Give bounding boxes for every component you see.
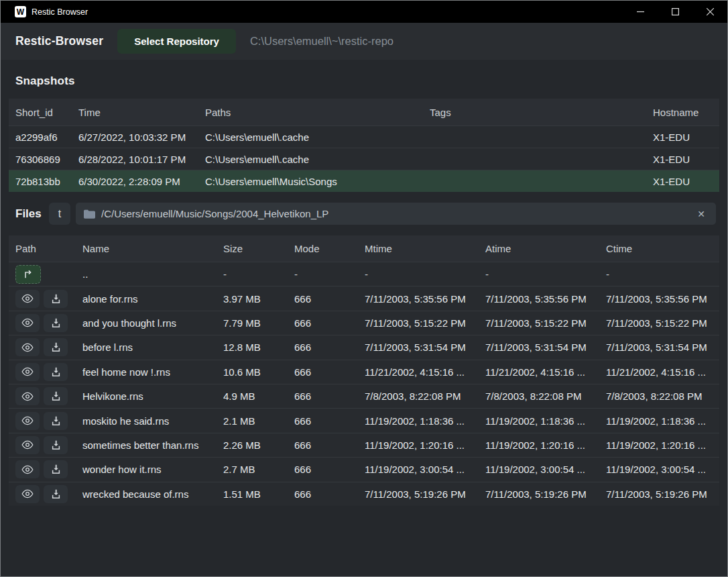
snapshots-table-body: a2299af6 6/27/2022, 10:03:32 PM C:\Users…	[9, 125, 719, 192]
download-file-button[interactable]	[44, 314, 68, 332]
download-file-button[interactable]	[44, 363, 68, 381]
snapshot-time: 6/30/2022, 2:28:09 PM	[78, 176, 205, 187]
column-mtime: Mtime	[365, 243, 485, 254]
preview-file-button[interactable]	[15, 485, 40, 503]
eye-icon	[21, 440, 34, 450]
file-mode: 666	[294, 390, 365, 402]
snapshot-row[interactable]: 76306869 6/28/2022, 10:01:17 PM C:\Users…	[9, 148, 719, 170]
eye-icon	[21, 367, 34, 376]
file-atime: 7/11/2003, 5:15:22 PM	[485, 317, 606, 329]
file-name: feel home now !.rns	[82, 366, 223, 378]
file-size: 7.79 MB	[223, 317, 294, 329]
eye-icon	[21, 318, 34, 327]
preview-file-button[interactable]	[15, 363, 40, 381]
file-ctime: 7/11/2003, 5:31:54 PM	[606, 342, 719, 353]
download-file-button[interactable]	[44, 338, 68, 356]
titlebar: W Restic Browser	[1, 1, 727, 23]
file-atime: 11/19/2002, 3:00:54 ...	[485, 464, 606, 475]
select-repository-button[interactable]: Select Repository	[117, 29, 236, 54]
files-table-header: Path Name Size Mode Mtime Atime Ctime	[9, 235, 719, 262]
file-name: before l.rns	[82, 342, 223, 353]
preview-file-button[interactable]	[15, 412, 40, 430]
download-icon	[51, 294, 61, 304]
file-name: wrecked because of.rns	[82, 488, 223, 500]
file-row[interactable]: wrecked because of.rns 1.51 MB 666 7/11/…	[9, 482, 719, 506]
file-atime: 7/11/2003, 5:35:56 PM	[485, 293, 606, 305]
file-mode: 666	[294, 366, 365, 378]
snapshot-paths: C:\Users\emuell\.cache	[205, 154, 430, 165]
file-row[interactable]: Helvikone.rns 4.9 MB 666 7/8/2003, 8:22:…	[9, 384, 719, 408]
snapshot-row[interactable]: a2299af6 6/27/2022, 10:03:32 PM C:\Users…	[9, 125, 719, 148]
file-mode: -	[294, 268, 365, 280]
preview-file-button[interactable]	[15, 290, 40, 308]
file-atime: 11/21/2002, 4:15:16 ...	[485, 366, 606, 378]
preview-file-button[interactable]	[15, 314, 40, 332]
preview-file-button[interactable]	[15, 387, 40, 405]
app-title: Restic-Browser	[15, 34, 103, 48]
download-file-button[interactable]	[44, 485, 68, 503]
files-bar: Files t /C/Users/emuell/Music/Songs/2004…	[1, 203, 727, 225]
column-path: Path	[15, 243, 82, 254]
file-row[interactable]: moskito he said.rns 2.1 MB 666 11/19/200…	[9, 408, 719, 432]
file-row[interactable]: feel home now !.rns 10.6 MB 666 11/21/20…	[9, 360, 719, 384]
snapshot-short-id: a2299af6	[15, 132, 78, 143]
preview-file-button[interactable]	[15, 338, 40, 356]
minimize-button[interactable]	[623, 1, 658, 23]
file-ctime: 7/11/2003, 5:15:22 PM	[606, 317, 719, 329]
download-icon	[51, 342, 61, 352]
file-atime: -	[485, 268, 606, 280]
maximize-button[interactable]	[658, 1, 692, 23]
file-row[interactable]: wonder how it.rns 2.7 MB 666 11/19/2002,…	[9, 457, 719, 481]
clear-path-button[interactable]: ✕	[694, 207, 708, 221]
download-icon	[51, 367, 61, 377]
eye-icon	[21, 294, 34, 303]
snapshot-hostname: X1-EDU	[653, 176, 719, 187]
download-file-button[interactable]	[44, 460, 68, 478]
snapshot-row[interactable]: 72b813bb 6/30/2022, 2:28:09 PM C:\Users\…	[9, 170, 719, 192]
root-path-button[interactable]: t	[49, 203, 70, 225]
close-button[interactable]	[692, 1, 727, 23]
go-up-button[interactable]	[15, 265, 41, 284]
file-size: 1.51 MB	[223, 488, 294, 500]
parent-directory-row[interactable]: .. - - - - -	[9, 262, 719, 286]
file-size: 12.8 MB	[223, 342, 294, 353]
file-name: moskito he said.rns	[82, 415, 223, 427]
file-row[interactable]: and you thought l.rns 7.79 MB 666 7/11/2…	[9, 311, 719, 335]
repository-path: C:\Users\emuell\~\restic-repo	[250, 35, 393, 48]
preview-file-button[interactable]	[15, 460, 40, 478]
column-time: Time	[78, 107, 205, 118]
file-row[interactable]: before l.rns 12.8 MB 666 7/11/2003, 5:31…	[9, 335, 719, 359]
file-row[interactable]: alone for.rns 3.97 MB 666 7/11/2003, 5:3…	[9, 286, 719, 310]
file-size: 2.1 MB	[223, 415, 294, 427]
column-paths: Paths	[205, 107, 430, 118]
column-size: Size	[223, 243, 294, 254]
file-row[interactable]: sometimes better than.rns 2.26 MB 666 11…	[9, 433, 719, 457]
file-mtime: 7/8/2003, 8:22:08 PM	[365, 390, 485, 402]
file-name: Helvikone.rns	[82, 390, 223, 402]
download-file-button[interactable]	[44, 387, 68, 405]
file-size: 2.26 MB	[223, 439, 294, 451]
file-path-bar[interactable]: /C/Users/emuell/Music/Songs/2004_Helveti…	[76, 203, 716, 225]
file-mode: 666	[294, 439, 365, 451]
snapshot-hostname: X1-EDU	[653, 154, 719, 165]
download-file-button[interactable]	[44, 412, 68, 430]
file-mtime: 11/21/2002, 4:15:16 ...	[365, 366, 485, 378]
file-ctime: 11/21/2002, 4:15:16 ...	[606, 366, 719, 378]
file-ctime: 11/19/2002, 1:20:16 ...	[606, 439, 719, 451]
files-table-body: .. - - - - -	[9, 262, 719, 506]
folder-icon	[84, 209, 95, 219]
download-file-button[interactable]	[44, 436, 68, 454]
file-mtime: 7/11/2003, 5:15:22 PM	[365, 317, 485, 329]
preview-file-button[interactable]	[15, 436, 40, 454]
files-table: Path Name Size Mode Mtime Atime Ctime ..…	[9, 235, 719, 506]
window-title: Restic Browser	[32, 7, 88, 17]
file-name: ..	[82, 268, 223, 280]
download-file-button[interactable]	[44, 290, 68, 308]
file-path-text[interactable]: /C/Users/emuell/Music/Songs/2004_Helveti…	[101, 208, 688, 219]
file-mtime: 7/11/2003, 5:19:26 PM	[365, 488, 485, 500]
file-mtime: -	[365, 268, 485, 280]
file-mtime: 11/19/2002, 1:18:36 ...	[365, 415, 485, 427]
snapshot-short-id: 72b813bb	[15, 176, 78, 187]
file-size: 4.9 MB	[223, 390, 294, 402]
snapshot-short-id: 76306869	[15, 154, 78, 165]
